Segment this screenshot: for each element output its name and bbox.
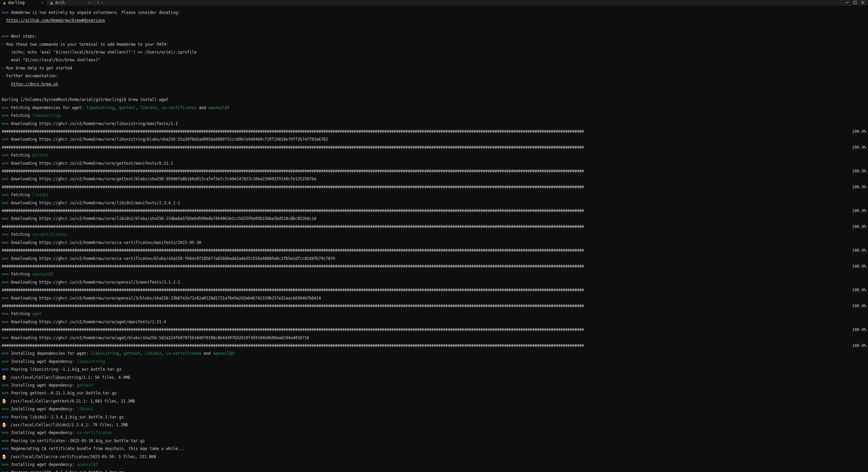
line-text: Downloading https://ghcr.io/v2/homebrew/… — [11, 137, 328, 142]
progress-bar: ########################################… — [2, 328, 584, 332]
add-tab-icon[interactable]: + — [97, 1, 99, 5]
line-text: Downloading https://ghcr.io/v2/homebrew/… — [11, 161, 173, 166]
line-text: - Run brew help to get started — [2, 66, 866, 70]
terminal-window: darling × Arch × + ▾ — [0, 0, 868, 472]
line-text: Pouring libidn2--2.3.4_1.big_sur.bottle.… — [11, 415, 124, 419]
line-text: - Run these two commands in your termina… — [2, 43, 866, 47]
summary: /usr/local/Cellar/libunistring/1.1: 56 f… — [11, 375, 130, 380]
tab-arch[interactable]: Arch × — [47, 0, 94, 6]
line-text: Installing wget dependency: — [11, 462, 77, 467]
progress-bar: ########################################… — [2, 130, 584, 134]
progress-pct: 100.0% — [849, 288, 866, 292]
terminal-icon — [50, 1, 53, 5]
dep-name: gettext — [119, 105, 135, 110]
progress-bar: ########################################… — [2, 146, 584, 150]
line-text: Downloading https://ghcr.io/v2/homebrew/… — [11, 256, 335, 261]
sep: and — [197, 105, 209, 110]
line-text: Pouring gettext--0.21.1.big_sur.bottle.t… — [11, 391, 117, 395]
dep-name: libidn2 — [32, 192, 48, 197]
progress-bar: ########################################… — [2, 185, 584, 189]
line-text: Downloading https://ghcr.io/v2/homebrew/… — [11, 201, 180, 205]
progress-pct: 100.0% — [849, 185, 866, 189]
progress-bar: ########################################… — [2, 304, 584, 308]
dep-name: ca-certificates — [32, 232, 67, 237]
dep-name: ca-certificates — [166, 351, 201, 356]
tab-menu-icon[interactable]: ▾ — [101, 1, 103, 5]
dep-name: libunistring — [77, 359, 105, 364]
close-icon[interactable]: × — [88, 1, 91, 5]
line-text: Installing wget dependency: — [11, 359, 77, 364]
summary: /usr/local/Cellar/gettext/0.21.1: 1,983 … — [11, 399, 135, 404]
beer-icon: 🍺 — [2, 399, 6, 404]
terminal-output[interactable]: ==> Homebrew is run entirely by unpaid v… — [0, 6, 868, 472]
tab-label: darling — [8, 1, 24, 5]
progress-bar: ########################################… — [2, 169, 584, 173]
line-text: Pouring libunistring--1.1.big_sur.bottle… — [11, 367, 121, 372]
dep-name: libidn2 — [77, 407, 93, 411]
maximize-button[interactable] — [853, 1, 857, 5]
svg-marker-1 — [50, 2, 53, 4]
close-button[interactable] — [861, 1, 865, 5]
line-text: Fetching dependencies for wget: — [11, 105, 86, 110]
progress-bar: ########################################… — [2, 225, 584, 229]
progress-bar: ########################################… — [2, 209, 584, 213]
line-text: Downloading https://ghcr.io/v2/homebrew/… — [11, 320, 166, 324]
svg-marker-0 — [3, 2, 6, 4]
dep-name: ca-certificates — [77, 430, 112, 435]
line-text: Downloading https://ghcr.io/v2/homebrew/… — [11, 335, 309, 340]
shell-prompt: Darling [/Volumes/SystemRoot/home/ariel/… — [2, 98, 866, 102]
link[interactable]: https://github.com/Homebrew/brew#donatio… — [6, 18, 105, 23]
dep-name: libunistring — [91, 351, 119, 356]
progress-pct: 100.0% — [849, 169, 866, 173]
summary: /usr/local/Cellar/ca-certificates/2023-0… — [11, 454, 156, 459]
progress-pct: 100.0% — [849, 130, 866, 134]
line-text: Downloading https://ghcr.io/v2/homebrew/… — [11, 177, 316, 181]
window-controls — [842, 0, 868, 6]
summary: /usr/local/Cellar/libidn2/2.3.4_1: 79 fi… — [11, 423, 128, 427]
line-text: Regenerating CA certificate bundle from … — [11, 446, 185, 451]
progress-pct: 100.0% — [849, 265, 866, 269]
dep-name: openssl@3 — [213, 351, 234, 356]
dep-name: ca-certificates — [161, 105, 197, 110]
beer-icon: 🍺 — [2, 455, 6, 459]
dep-name: wget — [32, 311, 42, 316]
line-text: Installing wget dependency: — [11, 407, 77, 411]
dep-name: openssl@3 — [32, 272, 53, 276]
dep-name: libidn2 — [140, 105, 157, 110]
tab-strip: darling × Arch × + ▾ — [0, 0, 106, 6]
line-text: Installing dependencies for wget: — [11, 351, 91, 356]
svg-rect-3 — [854, 1, 856, 4]
dep-name: openssl@3 — [77, 462, 98, 467]
progress-pct: 100.0% — [849, 146, 866, 150]
dep-name: libidn2 — [145, 351, 161, 356]
dep-name: gettext — [32, 153, 48, 158]
tab-add-area: + ▾ — [94, 0, 106, 6]
line-text: Installing wget dependency: — [11, 430, 77, 435]
close-icon[interactable]: × — [41, 1, 43, 5]
link[interactable]: https://docs.brew.sh — [11, 82, 58, 86]
sep: and — [201, 351, 213, 356]
dep-name: openssl@3 — [208, 105, 229, 110]
line-text: Downloading https://ghcr.io/v2/homebrew/… — [11, 216, 316, 221]
line-text: Downloading https://ghcr.io/v2/homebrew/… — [11, 121, 178, 126]
tab-label: Arch — [55, 1, 65, 5]
progress-pct: 100.0% — [849, 209, 866, 213]
line-text: Pouring openssl@3--3.1.2.big_sur.bottle.… — [11, 470, 124, 472]
minimize-button[interactable] — [845, 1, 849, 5]
progress-bar: ########################################… — [2, 344, 584, 348]
line-text: Pouring ca-certificates--2023-05-30.big_… — [11, 438, 145, 443]
progress-pct: 100.0% — [849, 328, 866, 332]
progress-pct: 100.0% — [849, 304, 866, 308]
line-text: eval "$(/usr/local/bin/brew shellenv)" — [2, 58, 866, 62]
line-text: Downloading https://ghcr.io/v2/homebrew/… — [11, 240, 201, 245]
line-text: Downloading https://ghcr.io/v2/homebrew/… — [11, 296, 321, 301]
terminal-icon — [3, 1, 6, 5]
line-text: (echo; echo 'eval "$(/usr/local/bin/brew… — [2, 50, 866, 55]
dep-name: gettext — [124, 351, 140, 356]
progress-pct: 100.0% — [849, 249, 866, 253]
progress-pct: 100.0% — [849, 225, 866, 229]
tab-darling[interactable]: darling × — [0, 0, 47, 6]
progress-bar: ########################################… — [2, 265, 584, 269]
dep-name: gettext — [77, 383, 93, 388]
beer-icon: 🍺 — [2, 423, 6, 427]
